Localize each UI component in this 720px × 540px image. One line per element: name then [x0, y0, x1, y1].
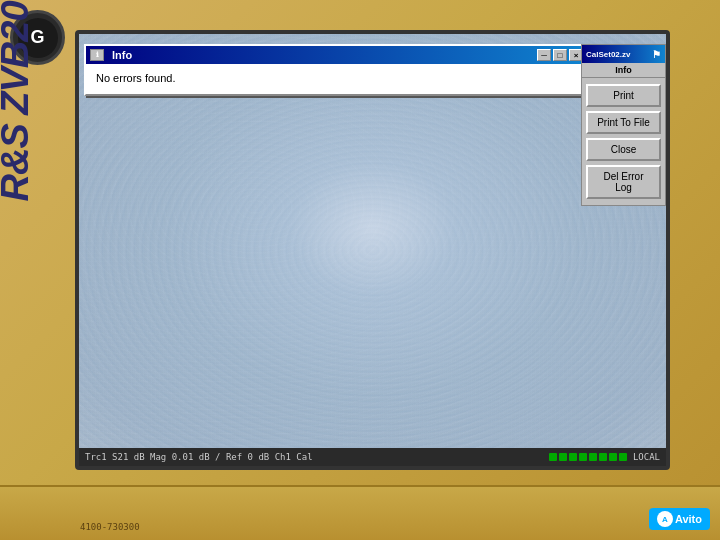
- right-panel-section-title: Info: [582, 63, 665, 78]
- info-dialog-content: No errors found.: [86, 64, 587, 94]
- right-panel-header: CalSet02.zv ⚑: [582, 45, 665, 63]
- right-panel-flag-icon: ⚑: [652, 49, 661, 60]
- dialog-titlebar-buttons: ─ □ ×: [537, 49, 583, 61]
- info-dialog: ℹ Info ─ □ × No errors found.: [84, 44, 589, 96]
- avito-label: Avito: [675, 513, 702, 525]
- status-local-label: LOCAL: [633, 452, 660, 462]
- status-right: LOCAL: [549, 452, 660, 462]
- info-message: No errors found.: [96, 72, 175, 84]
- status-dot-5: [589, 453, 597, 461]
- screen: ◀ CalSet02.zv ⚑ ℹ Info ─ □ × No errors f…: [75, 30, 670, 470]
- serial-number: 4100-730300: [80, 522, 140, 532]
- screen-background: [79, 34, 666, 466]
- panel-buttons-container: Print Print To File Close Del Error Log: [582, 78, 665, 205]
- avito-badge: A Avito: [649, 508, 710, 530]
- dialog-title: Info: [112, 49, 132, 61]
- dialog-maximize-btn[interactable]: □: [553, 49, 567, 61]
- del-error-log-button[interactable]: Del Error Log: [586, 165, 661, 199]
- instrument-model-label: R&S ZVB20: [0, 1, 37, 201]
- instrument-body: G R&S ZVB20 ◀ CalSet02.zv ⚑ ℹ Info ─ □: [0, 0, 720, 540]
- status-dot-4: [579, 453, 587, 461]
- status-text: Trc1 S21 dB Mag 0.01 dB / Ref 0 dB Ch1 C…: [85, 452, 313, 462]
- print-button[interactable]: Print: [586, 84, 661, 107]
- status-dot-7: [609, 453, 617, 461]
- info-dialog-titlebar: ℹ Info ─ □ ×: [86, 46, 587, 64]
- right-panel: CalSet02.zv ⚑ Info Print Print To File C…: [581, 44, 666, 206]
- status-dots: [549, 453, 627, 461]
- avito-logo: A Avito: [657, 511, 702, 527]
- status-dot-3: [569, 453, 577, 461]
- status-dot-6: [599, 453, 607, 461]
- dialog-title-icon: ℹ: [90, 49, 104, 61]
- status-dot-2: [559, 453, 567, 461]
- dialog-minimize-btn[interactable]: ─: [537, 49, 551, 61]
- print-to-file-button[interactable]: Print To File: [586, 111, 661, 134]
- instrument-bottom: 4100-730300 A Avito: [0, 485, 720, 540]
- right-panel-cal-file: CalSet02.zv: [586, 50, 630, 59]
- status-bar: Trc1 S21 dB Mag 0.01 dB / Ref 0 dB Ch1 C…: [79, 448, 666, 466]
- status-dot-8: [619, 453, 627, 461]
- close-button[interactable]: Close: [586, 138, 661, 161]
- status-dot-1: [549, 453, 557, 461]
- avito-icon: A: [657, 511, 673, 527]
